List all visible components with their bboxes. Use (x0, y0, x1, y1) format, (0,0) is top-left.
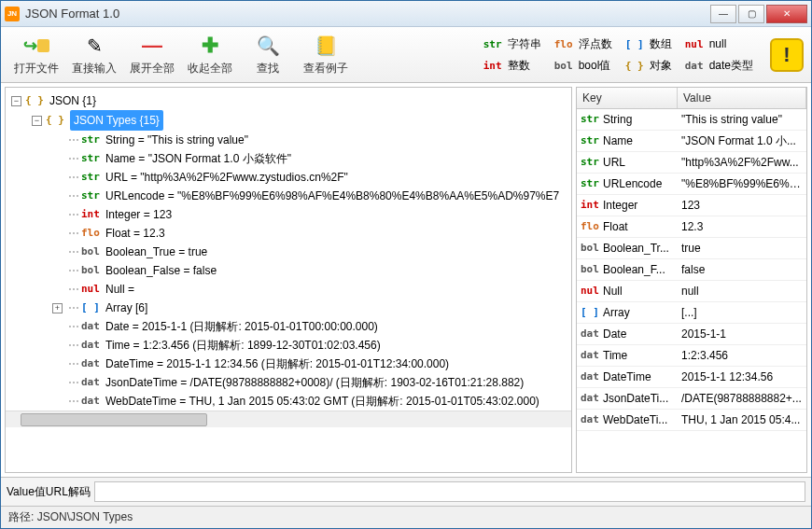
node-label: Boolean_True = true (105, 243, 207, 261)
json-tree[interactable]: − { } JSON {1} − { } JSON Types {15} ⋯st… (5, 87, 572, 473)
type-tag: dat (81, 392, 102, 411)
grid-row[interactable]: strURLencode"%E8%BF%99%E6%9... (577, 174, 806, 195)
tree-node[interactable]: ⋯bolBoolean_False = false (50, 261, 571, 280)
minus-icon: — (139, 33, 165, 59)
node-label: String = "This is string value" (105, 131, 248, 149)
node-label: WebDateTime = THU, 1 Jan 2015 05:43:02 G… (105, 392, 539, 411)
type-tag: nul (81, 280, 102, 299)
type-tag: bol (81, 243, 102, 261)
type-tag: int (81, 205, 102, 224)
grid-row[interactable]: bolBoolean_Tr...true (577, 238, 806, 259)
tree-root[interactable]: − { } JSON {1} (9, 91, 571, 110)
node-label: URLencode = "%E8%BF%99%E6%98%AF%E4%B8%80… (105, 187, 559, 205)
node-label: Name = "JSON Format 1.0 小焱软件" (105, 149, 291, 168)
type-tag: str (81, 131, 102, 149)
node-label: Null = (105, 280, 134, 299)
grid-row[interactable]: strString"This is string value" (577, 109, 806, 131)
type-tag: dat (581, 368, 601, 386)
url-decode-bar: Value值URL解码 (1, 477, 811, 506)
type-tag: [ ] (81, 299, 102, 317)
open-file-button[interactable]: ↪ 打开文件 (8, 31, 64, 79)
expand-icon[interactable]: + (52, 303, 63, 313)
maximize-button[interactable]: ▢ (738, 5, 764, 23)
expand-all-button[interactable]: — 展开全部 (124, 31, 180, 79)
tree-json-types[interactable]: − { } JSON Types {15} (30, 110, 571, 131)
node-label: Time = 1:2:3.456 (日期解析: 1899-12-30T01:02… (105, 336, 381, 355)
tree-node[interactable]: ⋯floFloat = 12.3 (50, 224, 571, 243)
type-tag: str (581, 174, 601, 193)
type-tag: dat (581, 389, 601, 408)
tree-node[interactable]: ⋯strName = "JSON Format 1.0 小焱软件" (50, 149, 571, 168)
tree-node[interactable]: ⋯datDateTime = 2015-1-1 12:34.56 (日期解析: … (50, 355, 571, 373)
tree-node[interactable]: ⋯datDate = 2015-1-1 (日期解析: 2015-01-01T00… (50, 317, 571, 336)
grid-row[interactable]: floFloat12.3 (577, 216, 806, 238)
tree-node[interactable]: ⋯strURLencode = "%E8%BF%99%E6%98%AF%E4%B… (50, 187, 571, 205)
horizontal-scrollbar[interactable] (6, 411, 571, 427)
type-tag: bol (581, 239, 601, 258)
type-tag: str (81, 187, 102, 205)
type-tag: str (581, 153, 601, 172)
tree-node[interactable]: ⋯bolBoolean_True = true (50, 243, 571, 261)
search-icon: 🔍 (255, 33, 281, 59)
type-tag: dat (81, 317, 102, 336)
collapse-icon[interactable]: − (11, 96, 21, 106)
type-tag: str (81, 168, 102, 187)
type-tag: dat (581, 411, 601, 429)
grid-row[interactable]: datDate2015-1-1 (577, 324, 806, 345)
grid-row[interactable]: intInteger123 (577, 195, 806, 216)
grid-row[interactable]: strURL"http%3A%2F%2Fww... (577, 152, 806, 174)
tree-node[interactable]: ⋯strString = "This is string value" (50, 131, 571, 149)
minimize-button[interactable]: — (710, 5, 736, 23)
type-tag: str (81, 149, 102, 168)
collapse-all-button[interactable]: ✚ 收起全部 (182, 31, 238, 79)
grid-row[interactable]: nulNullnull (577, 281, 806, 302)
type-legend: str字符串 flo浮点数 [ ]数组 nulnull int整数 bolboo… (483, 36, 761, 74)
grid-row[interactable]: datWebDateTi...THU, 1 Jan 2015 05:4... (577, 410, 806, 431)
find-button[interactable]: 🔍 查找 (240, 31, 296, 79)
folder-open-icon: ↪ (23, 33, 49, 59)
key-value-grid[interactable]: Key Value strString"This is string value… (576, 87, 807, 473)
collapse-icon[interactable]: − (32, 116, 42, 126)
node-label: Float = 12.3 (105, 224, 165, 243)
tree-node[interactable]: ⋯intInteger = 123 (50, 205, 571, 224)
node-label: DateTime = 2015-1-1 12:34.56 (日期解析: 2015… (105, 355, 449, 373)
type-tag: bol (81, 261, 102, 280)
examples-button[interactable]: 📒 查看例子 (298, 31, 354, 79)
grid-row[interactable]: datTime1:2:3.456 (577, 345, 806, 367)
node-label: Boolean_False = false (105, 261, 217, 280)
window-title: JSON Format 1.0 (25, 7, 710, 21)
grid-row[interactable]: datJsonDateTi.../DATE(98788888882+... (577, 388, 806, 410)
grid-row[interactable]: bolBoolean_F...false (577, 259, 806, 281)
grid-row[interactable]: strName"JSON Format 1.0 小... (577, 131, 806, 152)
tree-node[interactable]: ⋯nulNull = (50, 280, 571, 299)
node-label: URL = "http%3A%2F%2Fwww.zystudios.cn%2F" (105, 168, 348, 187)
type-tag: dat (81, 373, 102, 392)
type-tag: flo (81, 224, 102, 243)
grid-row[interactable]: datDateTime2015-1-1 12:34.56 (577, 367, 806, 388)
type-tag: nul (581, 282, 601, 300)
node-label: Date = 2015-1-1 (日期解析: 2015-01-01T00:00:… (105, 317, 378, 336)
direct-input-button[interactable]: ✎ 直接输入 (66, 31, 122, 79)
tree-node[interactable]: +⋯[ ]Array [6] (50, 299, 571, 317)
node-label: Array [6] (105, 299, 147, 317)
path-label: 路径: JSON\JSON Types (8, 510, 133, 523)
warning-icon[interactable]: ! (770, 38, 804, 72)
grid-row[interactable]: [ ]Array[...] (577, 302, 806, 324)
node-label: Integer = 123 (105, 205, 172, 224)
type-tag: bol (581, 260, 601, 279)
url-decode-input[interactable] (94, 481, 805, 502)
app-window: JN JSON Format 1.0 — ▢ ✕ ↪ 打开文件 ✎ 直接输入 —… (0, 0, 812, 529)
type-tag: str (581, 132, 601, 150)
main-area: − { } JSON {1} − { } JSON Types {15} ⋯st… (1, 83, 811, 477)
type-tag: flo (581, 217, 601, 236)
type-tag: str (581, 110, 601, 129)
tree-node[interactable]: ⋯strURL = "http%3A%2F%2Fwww.zystudios.cn… (50, 168, 571, 187)
notebook-icon: 📒 (313, 33, 339, 59)
toolbar: ↪ 打开文件 ✎ 直接输入 — 展开全部 ✚ 收起全部 🔍 查找 📒 查看例子 … (1, 27, 811, 83)
titlebar[interactable]: JN JSON Format 1.0 — ▢ ✕ (1, 1, 811, 27)
tree-node[interactable]: ⋯datWebDateTime = THU, 1 Jan 2015 05:43:… (50, 392, 571, 411)
type-tag: [ ] (581, 303, 601, 322)
tree-node[interactable]: ⋯datJsonDateTime = /DATE(98788888882+000… (50, 373, 571, 392)
close-button[interactable]: ✕ (766, 5, 807, 23)
tree-node[interactable]: ⋯datTime = 1:2:3.456 (日期解析: 1899-12-30T0… (50, 336, 571, 355)
